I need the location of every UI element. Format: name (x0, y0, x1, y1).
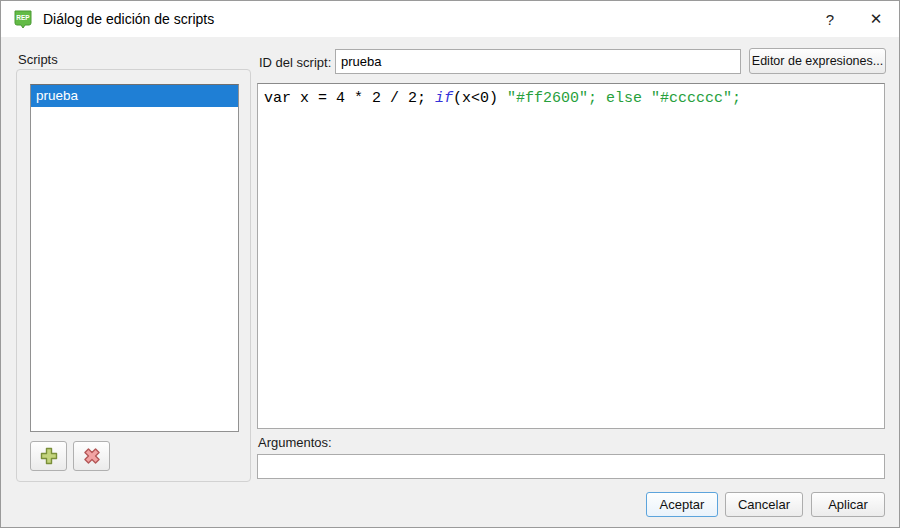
rep-badge-icon: REP (13, 9, 33, 29)
add-script-button[interactable] (30, 441, 67, 471)
script-id-input[interactable] (335, 49, 741, 74)
code-token: if (435, 90, 453, 107)
code-token: var x = 4 * 2 / 2; (264, 90, 435, 107)
titlebar: REP Diálog de edición de scripts ? ✕ (1, 1, 899, 37)
arguments-label: Argumentos: (258, 435, 332, 450)
rep-badge-text: REP (16, 14, 30, 21)
code-token: (x<0) (453, 90, 507, 107)
arguments-input[interactable] (257, 454, 885, 479)
window-title: Diálog de edición de scripts (43, 11, 214, 27)
delete-x-icon (81, 445, 103, 467)
plus-icon (38, 445, 60, 467)
scripts-list[interactable]: prueba (30, 84, 239, 432)
expression-editor-button[interactable]: Editor de expresiones... (749, 48, 886, 74)
scripts-group-label: Scripts (18, 52, 58, 67)
delete-script-button[interactable] (73, 441, 110, 471)
code-editor[interactable]: var x = 4 * 2 / 2; if(x<0) "#ff2600"; el… (257, 83, 885, 429)
script-edit-dialog: REP Diálog de edición de scripts ? ✕ Scr… (0, 0, 900, 528)
code-token: "#ff2600"; else "#cccccc"; (507, 90, 741, 107)
cancel-button[interactable]: Cancelar (725, 492, 803, 517)
apply-button[interactable]: Aplicar (811, 492, 885, 517)
scripts-group: prueba (16, 69, 251, 482)
titlebar-buttons: ? ✕ (807, 1, 899, 37)
accept-button[interactable]: Aceptar (646, 492, 718, 517)
close-button[interactable]: ✕ (853, 1, 899, 37)
help-button[interactable]: ? (807, 1, 853, 37)
script-id-label: ID del script: (259, 55, 331, 70)
list-item[interactable]: prueba (31, 85, 238, 107)
